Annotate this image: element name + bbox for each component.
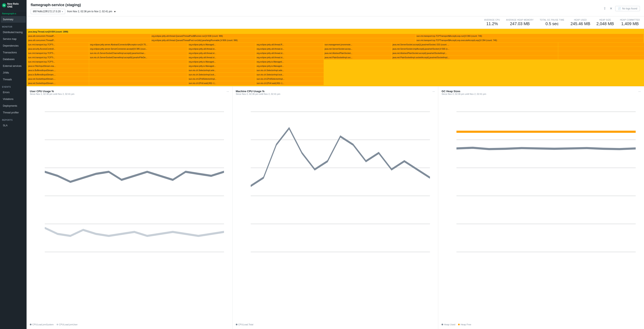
- flame-block-11-0[interactable]: java.net.SocketInputStream....: [28, 77, 89, 81]
- stat-average-heap-memory: AVERAGE HEAP MEMORY247.03 MB: [506, 19, 534, 26]
- flame-block-8-0[interactable]: java.io.FilterInputStream.rea...: [28, 64, 89, 68]
- chart-legend-machine-cpu: CPULoad.Total: [236, 323, 435, 326]
- charts-area: User CPU Usage % Since Nov 2, 02:36 pm u…: [26, 86, 644, 329]
- flame-block-5-3[interactable]: org.eclipse.jetty.util.thread.st...: [256, 51, 324, 55]
- instance-dropdown[interactable]: 8f974d6c22ff/172.17.0.20 ▾: [31, 9, 65, 14]
- sidebar-item-transactions[interactable]: Transactions: [1, 49, 26, 56]
- sidebar-item-summary[interactable]: Summary: [1, 16, 26, 23]
- flame-block-10-0[interactable]: java.io.BufferedInputStream....: [28, 72, 89, 77]
- flame-block-9-1[interactable]: [89, 68, 188, 72]
- flame-block-3-2[interactable]: org.eclipse.jetty.io.Managed...: [188, 42, 256, 46]
- flamegraph-container[interactable]: java.lang.Thread.run()V:834 (count: 1990…: [26, 29, 644, 86]
- flame-block-4-6[interactable]: [558, 47, 644, 51]
- machine-cpu-chart: Machine CPU Usage % Since Nov 2, 02:36 p…: [232, 86, 438, 329]
- sidebar-item-external-services[interactable]: External services: [1, 63, 26, 69]
- sidebar-section-reports: REPORTS: [0, 116, 26, 122]
- flame-block-7-2[interactable]: org.eclipse.jetty.io.Managed...: [188, 60, 256, 64]
- flame-block-1-2[interactable]: sun.rmi.transport.tcp.TCPTransport$Accep…: [416, 34, 644, 38]
- sidebar-item-thread-profiler[interactable]: Thread profiler: [1, 109, 26, 116]
- sidebar-item-violations[interactable]: Violations: [1, 96, 26, 102]
- chart-svg-machine-cpu: [236, 98, 435, 322]
- flame-block-5-0[interactable]: sun.rmi.transport.tcp.TCPTr...: [28, 51, 89, 55]
- legend-dot-heap-free: [458, 324, 460, 325]
- flame-block-8-3[interactable]: org.eclipse.jetty.io.Managed...: [256, 64, 324, 68]
- flame-block-9-2[interactable]: sun.nio.ch.SelectorImpl.sele...: [188, 68, 256, 72]
- flame-block-5-2[interactable]: org.eclipse.jetty.util.thread.st...: [188, 51, 256, 55]
- flame-block-5-6[interactable]: [558, 51, 644, 55]
- flame-block-3-4[interactable]: sun.management.jmxremote...: [324, 42, 392, 46]
- flame-block-6-3[interactable]: org.eclipse.jetty.util.thread.st...: [256, 56, 324, 60]
- flame-block-6-6[interactable]: [558, 56, 644, 60]
- flame-block-2-0[interactable]: java.util.concurrent.ThreadP...: [28, 38, 150, 42]
- flame-block-7-3[interactable]: org.eclipse.jetty.io.Managed...: [256, 60, 324, 64]
- time-chevron-icon: ▾: [114, 10, 116, 13]
- chart-legend-gc-heap: Heap Used Heap Free: [442, 323, 641, 326]
- sidebar-item-deployments[interactable]: Deployments: [1, 102, 26, 109]
- flame-block-12-1[interactable]: [89, 81, 188, 85]
- flame-block-6-1[interactable]: sun.nio.ch.ServerSocketChannelImpl.accep…: [89, 56, 188, 60]
- flame-block-12-2[interactable]: sun.nio.ch.EPoll.wait(JIIl)I:-1...: [188, 81, 256, 85]
- flame-block-11-1[interactable]: [89, 77, 188, 81]
- flame-block-3-5[interactable]: java.net.ServerSocket.accept()Ljava/net/…: [392, 42, 558, 46]
- flame-block-3-1[interactable]: org.eclipse.jetty.server.AbstractConnect…: [89, 42, 188, 46]
- flame-block-4-1[interactable]: org.eclipse.jetty.server.ServerConnector…: [89, 47, 188, 51]
- flame-block-9-3[interactable]: sun.nio.ch.SelectorImpl.sele...: [256, 68, 324, 72]
- stat-value: 11.2%: [484, 22, 500, 26]
- chart-menu-user-cpu[interactable]: ···: [226, 90, 229, 93]
- flame-block-2-2[interactable]: sun.rmi.transport.tcp.TCPTransport$Accep…: [416, 38, 644, 42]
- sidebar-item-threads[interactable]: Threads: [1, 76, 26, 83]
- flame-block-5-4[interactable]: java.net.AbstractPlainSocket...: [324, 51, 392, 55]
- flame-block-9-0[interactable]: java.io.BufferedInputStream....: [28, 68, 89, 72]
- close-button[interactable]: ✕: [609, 6, 613, 11]
- sidebar-item-dependencies[interactable]: Dependencies: [1, 42, 26, 49]
- flame-block-10-2[interactable]: sun.nio.ch.SelectorImpl.lock...: [188, 72, 256, 77]
- flame-block-6-0[interactable]: sun.rmi.transport.tcp.TCPTr...: [28, 56, 89, 60]
- flame-block-3-6[interactable]: [558, 42, 644, 46]
- flame-block-12-3[interactable]: sun.nio.ch.EPoll.wait(JIIl)I:-1...: [256, 81, 324, 85]
- flame-block-5-1[interactable]: sun.nio.ch.ServerSocketChannelImpl.accep…: [89, 51, 188, 55]
- flame-block-6-4[interactable]: java.net.PlainSocketImpl.soc...: [324, 56, 392, 60]
- sidebar-item-sla[interactable]: SLA: [1, 122, 26, 129]
- stat-total-gc-pause-time: TOTAL GC PAUSE TIME0.5 sec: [540, 19, 564, 26]
- flame-block-3-3[interactable]: org.eclipse.jetty.util.thread.R...: [256, 42, 324, 46]
- chart-header-gc-heap: GC Heap Sizes Since Nov 2, 02:36 pm unti…: [442, 90, 641, 97]
- flame-block-6-5[interactable]: java.net.PlainSocketImpl.socketAccept(Lj…: [392, 56, 558, 60]
- flame-block-2-1[interactable]: org.eclipse.jetty.util.thread.QueuedThre…: [151, 38, 416, 42]
- page-title: flamegraph-service (staging): [31, 3, 116, 7]
- flame-block-4-5[interactable]: java.net.ServerSocket.implAccept(Ljava/n…: [392, 47, 558, 51]
- flame-block-5-5[interactable]: java.net.AbstractPlainSocket.accept(Ljav…: [392, 51, 558, 55]
- legend-label-jvmuser: CPULoad.jvmUser: [59, 323, 78, 326]
- flame-block-7-1[interactable]: [89, 60, 188, 64]
- chart-menu-machine-cpu[interactable]: ···: [432, 90, 435, 93]
- flame-block-10-1[interactable]: [89, 72, 188, 77]
- flame-block-8-1[interactable]: [89, 64, 188, 68]
- no-logs-button[interactable]: 📄 No logs found: [615, 6, 640, 11]
- flame-block-7-0[interactable]: sun.rmi.transport.tcp.TCPTr...: [28, 60, 89, 64]
- chart-legend-user-cpu: CPULoad.jvmSystem CPULoad.jvmUser: [30, 323, 229, 326]
- sidebar-item-errors[interactable]: Errors: [1, 89, 26, 96]
- sidebar-item-databases[interactable]: Databases: [1, 56, 26, 62]
- flame-block-10-3[interactable]: sun.nio.ch.SelectorImpl.lock...: [256, 72, 324, 77]
- flame-block-3-0[interactable]: sun.rmi.transport.tcp.TCPTr...: [28, 42, 89, 46]
- flame-block-4-0[interactable]: java.security.AccessControll...: [28, 47, 89, 51]
- flame-row-4: java.security.AccessControll...org.eclip…: [28, 47, 643, 51]
- flame-block-4-4[interactable]: java.net.ServerSocket.accep...: [324, 47, 392, 51]
- flame-block-11-2[interactable]: sun.nio.ch.EPollSelectorImpl...: [188, 77, 256, 81]
- sidebar-item-distributed-tracing[interactable]: Distributed tracing: [1, 29, 26, 36]
- flame-block-8-2[interactable]: org.eclipse.jetty.io.Managed...: [188, 64, 256, 68]
- flame-block-4-2[interactable]: org.eclipse.jetty.util.thread.st...: [188, 47, 256, 51]
- share-button[interactable]: ⇧: [602, 6, 607, 11]
- chart-menu-gc-heap[interactable]: ···: [638, 90, 641, 93]
- doc-icon: 📄: [618, 7, 621, 10]
- sidebar-item-jvms[interactable]: JVMs: [1, 70, 26, 76]
- chart-body-machine-cpu: [236, 98, 435, 322]
- chart-header-user-cpu: User CPU Usage % Since Nov 2, 02:36 pm u…: [30, 90, 229, 97]
- sidebar-item-service-map[interactable]: Service map: [1, 36, 26, 42]
- flame-block-4-3[interactable]: org.eclipse.jetty.util.thread.st...: [256, 47, 324, 51]
- flame-block-1-0[interactable]: java.util.concurrent.ThreadP...: [28, 34, 150, 38]
- flame-block-0-0[interactable]: java.lang.Thread.run()V:834 (count: 1990…: [28, 30, 643, 34]
- flame-block-11-3[interactable]: sun.nio.ch.EPollSelectorImpl...: [256, 77, 324, 81]
- flame-block-12-0[interactable]: java.net.SocketInputStream....: [28, 81, 89, 85]
- flame-block-6-2[interactable]: org.eclipse.jetty.util.thread.st...: [188, 56, 256, 60]
- flame-block-1-1[interactable]: org.eclipse.jetty.util.thread.QueuedThre…: [151, 34, 416, 38]
